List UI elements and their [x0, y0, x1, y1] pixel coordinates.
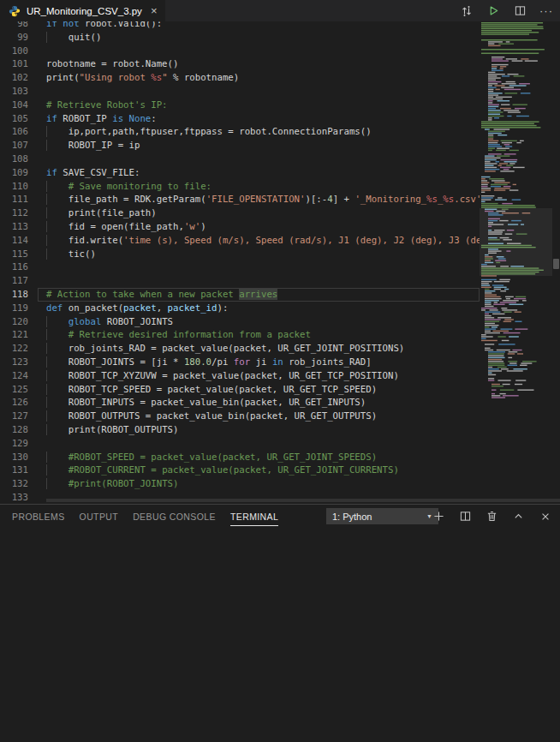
- line-number: 106: [0, 125, 28, 139]
- split-terminal-icon[interactable]: [459, 510, 472, 523]
- more-actions-icon[interactable]: ···: [539, 7, 553, 15]
- line-number: 99: [0, 31, 28, 45]
- code-line[interactable]: 127 ROBOT_OUTPUTS = packet_value_bin(pac…: [0, 410, 480, 423]
- dropdown-caret-icon: ▼: [426, 513, 432, 519]
- line-number: 118: [0, 288, 28, 302]
- code-line[interactable]: 116: [0, 260, 480, 274]
- panel-action-icons: [432, 505, 551, 528]
- line-number: 123: [0, 356, 28, 369]
- line-number: 103: [0, 85, 28, 99]
- code-line[interactable]: 108: [0, 153, 480, 166]
- vscode-window: UR_Monitoring_CSV_3.py ×: [0, 0, 560, 742]
- code-line[interactable]: 103: [0, 85, 480, 99]
- line-number: 105: [0, 112, 28, 126]
- split-editor-icon[interactable]: [513, 4, 527, 18]
- code-line[interactable]: 130 #ROBOT_SPEED = packet_value(packet, …: [0, 451, 480, 464]
- code-line[interactable]: 105if ROBOT_IP is None:: [0, 112, 480, 126]
- panel-tabs: PROBLEMSOUTPUTDEBUG CONSOLETERMINAL: [12, 505, 278, 528]
- code-line[interactable]: 126 ROBOT_INPUTS = packet_value_bin(pack…: [0, 396, 480, 410]
- code-line[interactable]: 99 quit(): [0, 31, 480, 45]
- line-number: 108: [0, 153, 28, 166]
- line-number: 100: [0, 45, 28, 58]
- editor-horizontal-scrollbar[interactable]: [46, 499, 560, 502]
- new-terminal-icon[interactable]: [432, 510, 445, 523]
- code-line[interactable]: 118# Action to take when a new packet ar…: [0, 288, 480, 302]
- line-number: 130: [0, 451, 28, 464]
- line-number: 131: [0, 464, 28, 477]
- code-line[interactable]: 100: [0, 45, 480, 58]
- line-number: 127: [0, 410, 28, 423]
- code-line[interactable]: 98if not robot.Valid():: [0, 21, 480, 31]
- line-number: 98: [0, 21, 28, 31]
- line-number: 112: [0, 206, 28, 220]
- code-line[interactable]: 115 tic(): [0, 248, 480, 261]
- code-line[interactable]: 104# Retrieve Robot's IP:: [0, 99, 480, 112]
- line-number: 121: [0, 328, 28, 342]
- code-line[interactable]: 117: [0, 274, 480, 288]
- line-number: 116: [0, 260, 28, 274]
- sync-changes-icon[interactable]: [460, 4, 474, 18]
- code-line[interactable]: 112 print(file_path): [0, 206, 480, 220]
- code-line[interactable]: 121 # Retrieve desired information from …: [0, 328, 480, 342]
- line-number: 119: [0, 302, 28, 315]
- tab-ur-monitoring-csv-3[interactable]: UR_Monitoring_CSV_3.py ×: [0, 0, 165, 21]
- kill-terminal-trash-icon[interactable]: [486, 510, 498, 523]
- code-line[interactable]: 125 ROBOT_TCP_SPEED = packet_value(packe…: [0, 383, 480, 397]
- minimap-slider[interactable]: [480, 208, 552, 277]
- tab-title: UR_Monitoring_CSV_3.py: [27, 6, 142, 16]
- terminal-selector-dropdown[interactable]: 1: Python ▼: [326, 508, 438, 524]
- line-number: 114: [0, 234, 28, 248]
- line-number: 111: [0, 193, 28, 206]
- line-number: 124: [0, 369, 28, 383]
- panel-tab-debug-console[interactable]: DEBUG CONSOLE: [133, 507, 216, 526]
- code-line[interactable]: 107 ROBOT_IP = ip: [0, 139, 480, 153]
- terminal-selector-value: 1: Python: [332, 512, 372, 522]
- run-python-file-icon[interactable]: [486, 4, 500, 18]
- line-number: 104: [0, 99, 28, 112]
- maximize-panel-chevron-icon[interactable]: [512, 510, 525, 523]
- code-line[interactable]: 129: [0, 437, 480, 451]
- line-number: 120: [0, 315, 28, 329]
- line-number: 110: [0, 180, 28, 194]
- line-number: 117: [0, 274, 28, 288]
- editor-scrollbar-handle[interactable]: [553, 259, 559, 269]
- code-line[interactable]: 123 ROBOT_JOINTS = [ji * 180.0/pi for ji…: [0, 356, 480, 369]
- line-number: 128: [0, 423, 28, 437]
- code-editor[interactable]: 98if not robot.Valid():99 quit()100101ro…: [0, 21, 560, 504]
- line-number: 109: [0, 166, 28, 180]
- panel-tab-problems[interactable]: PROBLEMS: [12, 507, 65, 526]
- line-number: 102: [0, 71, 28, 85]
- code-line[interactable]: 124 ROBOT_TCP_XYZUVW = packet_value(pack…: [0, 369, 480, 383]
- code-line[interactable]: 131 #ROBOT_CURRENT = packet_value(packet…: [0, 464, 480, 477]
- code-line[interactable]: 111 file_path = RDK.getParam('FILE_OPENS…: [0, 193, 480, 206]
- editor-tab-bar: UR_Monitoring_CSV_3.py ×: [0, 0, 560, 21]
- code-line[interactable]: 113 fid = open(file_path,'w'): [0, 220, 480, 234]
- line-number: 101: [0, 57, 28, 71]
- code-viewport: 98if not robot.Valid():99 quit()100101ro…: [0, 21, 480, 504]
- code-line[interactable]: 106 ip,port,path,ftpuser,ftppass = robot…: [0, 125, 480, 139]
- code-line[interactable]: 119def on_packet(packet, packet_id):: [0, 302, 480, 315]
- code-line[interactable]: 110 # Save monitoring to file:: [0, 180, 480, 194]
- python-file-icon: [8, 4, 21, 18]
- code-line[interactable]: 102print("Using robot %s" % robotname): [0, 71, 480, 85]
- line-number: 133: [0, 491, 28, 504]
- close-panel-icon[interactable]: [539, 510, 551, 523]
- editor-actions: ···: [460, 0, 553, 21]
- line-number: 122: [0, 342, 28, 356]
- code-line[interactable]: 114 fid.write('time (s), Speed (m/s), Sp…: [0, 234, 480, 248]
- panel-header: PROBLEMSOUTPUTDEBUG CONSOLETERMINAL 1: P…: [0, 505, 560, 528]
- code-line[interactable]: 132 #print(ROBOT_JOINTS): [0, 477, 480, 491]
- tab-close-icon[interactable]: ×: [151, 5, 158, 16]
- line-number: 113: [0, 220, 28, 234]
- panel-tab-terminal[interactable]: TERMINAL: [230, 507, 278, 526]
- line-number: 115: [0, 248, 28, 261]
- code-line[interactable]: 120 global ROBOT_JOINTS: [0, 315, 480, 329]
- code-line[interactable]: 122 rob_joints_RAD = packet_value(packet…: [0, 342, 480, 356]
- line-number: 132: [0, 477, 28, 491]
- code-line[interactable]: 128 print(ROBOT_OUTPUTS): [0, 423, 480, 437]
- line-number: 129: [0, 437, 28, 451]
- code-line[interactable]: 101robotname = robot.Name(): [0, 57, 480, 71]
- panel-tab-output[interactable]: OUTPUT: [80, 507, 119, 526]
- line-number: 125: [0, 383, 28, 397]
- code-line[interactable]: 109if SAVE_CSV_FILE:: [0, 166, 480, 180]
